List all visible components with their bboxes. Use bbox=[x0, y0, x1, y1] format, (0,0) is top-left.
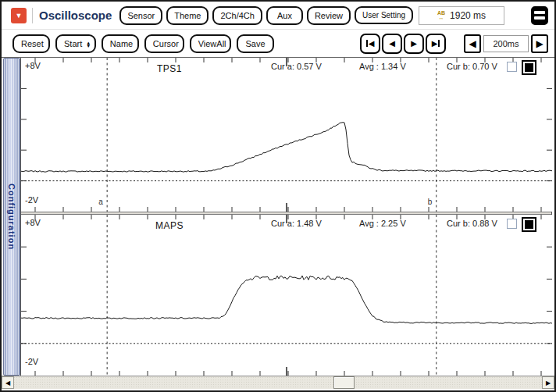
timebase-value: 200ms bbox=[483, 35, 529, 52]
channel-color-swatch bbox=[525, 220, 533, 229]
y-max-label: +8V bbox=[25, 61, 41, 70]
cursor-a-readout: Cur a: 1.48 V bbox=[271, 219, 322, 228]
review-button[interactable]: Review bbox=[307, 6, 351, 25]
theme-button[interactable]: Theme bbox=[166, 6, 208, 25]
skip-to-start-button[interactable]: ◀ bbox=[360, 34, 380, 54]
channel-color-button[interactable] bbox=[522, 217, 536, 232]
channel-checkbox[interactable] bbox=[507, 219, 517, 229]
channel-color-swatch bbox=[525, 63, 533, 72]
step-back-button[interactable]: ◀ bbox=[382, 34, 402, 54]
cursor-a-label[interactable]: a bbox=[98, 198, 103, 206]
start-spinner-icon[interactable]: ▲▼ bbox=[86, 41, 91, 48]
horizontal-scrollbar[interactable]: ◀ ▶ bbox=[2, 376, 554, 389]
configuration-tab-label: Configuration bbox=[7, 184, 16, 250]
scope-panel-tps1: +8V TPS1 Cur a: 0.57 V Avg : 1.34 V Cur … bbox=[21, 58, 552, 212]
ab-cursor-delta-icon: AB ↔ bbox=[437, 11, 445, 20]
y-min-label: -2V bbox=[25, 195, 38, 205]
timebase-increase-button[interactable]: ▶ bbox=[531, 34, 548, 53]
y-max-label: +8V bbox=[25, 218, 41, 227]
avg-readout: Avg : 1.34 V bbox=[359, 62, 406, 71]
channel-name: MAPS bbox=[155, 220, 184, 231]
top-toolbar: ▼ Oscilloscope Sensor Theme 2Ch/4Ch Aux … bbox=[2, 2, 554, 30]
main-area: Configuration +8V TPS1 Cur a: 0.57 V Avg… bbox=[2, 57, 554, 376]
oscilloscope-window: ▼ Oscilloscope Sensor Theme 2Ch/4Ch Aux … bbox=[0, 0, 556, 392]
channel-name: TPS1 bbox=[157, 63, 182, 74]
timebase-group: ◀ 200ms ▶ bbox=[464, 34, 548, 53]
cursor-button[interactable]: Cursor bbox=[144, 34, 184, 53]
cursor-b-readout: Cur b: 0.70 V bbox=[447, 62, 497, 71]
start-button[interactable]: Start▲▼ bbox=[55, 34, 96, 53]
scroll-left-button[interactable]: ◀ bbox=[2, 376, 14, 389]
control-toolbar: Reset Start▲▼ Name Cursor ViewAll Save ◀… bbox=[2, 30, 554, 57]
scope-area: +8V TPS1 Cur a: 0.57 V Avg : 1.34 V Cur … bbox=[20, 58, 552, 376]
hamburger-bar bbox=[534, 16, 545, 20]
cursor-b-label[interactable]: b bbox=[428, 198, 433, 206]
avg-readout: Avg : 2.25 V bbox=[359, 219, 406, 228]
skip-to-end-button[interactable]: ▶ bbox=[426, 34, 446, 54]
timebase-decrease-button[interactable]: ◀ bbox=[464, 34, 481, 53]
app-title: Oscilloscope bbox=[39, 9, 112, 22]
ab-time-display: AB ↔ 1920 ms bbox=[419, 6, 504, 25]
divider bbox=[32, 8, 33, 23]
scroll-right-button[interactable]: ▶ bbox=[542, 376, 554, 389]
playback-group: ◀ ◀ ▶ ▶ bbox=[360, 34, 446, 54]
aux-button[interactable]: Aux bbox=[266, 6, 303, 25]
scope-panel-maps: +8V MAPS Cur a: 1.48 V Avg : 2.25 V Cur … bbox=[21, 215, 552, 376]
name-button[interactable]: Name bbox=[102, 34, 139, 53]
channel-color-button[interactable] bbox=[522, 60, 536, 75]
hamburger-bar bbox=[534, 11, 545, 14]
channel-checkbox[interactable] bbox=[507, 62, 517, 72]
window-menu-icon[interactable] bbox=[531, 6, 548, 25]
configuration-tab[interactable]: Configuration bbox=[3, 58, 20, 376]
cursor-a-readout: Cur a: 0.57 V bbox=[271, 62, 322, 71]
step-forward-button[interactable]: ▶ bbox=[404, 34, 424, 54]
scrollbar-thumb[interactable] bbox=[333, 376, 355, 389]
waveform-maps bbox=[21, 215, 552, 376]
app-menu-dropdown-icon[interactable]: ▼ bbox=[11, 8, 27, 23]
reset-button[interactable]: Reset bbox=[12, 34, 50, 53]
y-min-label: -2V bbox=[25, 357, 38, 366]
channel-mode-button[interactable]: 2Ch/4Ch bbox=[212, 6, 262, 25]
viewall-button[interactable]: ViewAll bbox=[190, 34, 231, 53]
save-button[interactable]: Save bbox=[237, 34, 274, 53]
cursor-b-readout: Cur b: 0.88 V bbox=[447, 219, 497, 228]
user-setting-button[interactable]: User Setting bbox=[355, 6, 413, 24]
sensor-button[interactable]: Sensor bbox=[119, 6, 162, 25]
ab-time-value: 1920 ms bbox=[450, 10, 486, 21]
waveform-tps1 bbox=[21, 58, 552, 212]
